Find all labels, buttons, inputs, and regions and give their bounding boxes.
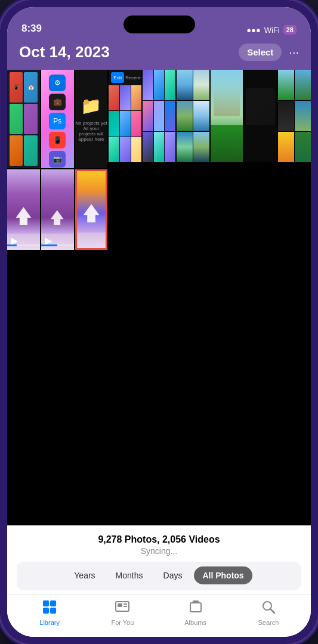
filter-tabs: Years Months Days All Photos xyxy=(17,562,301,590)
photo-row-2: Edit Recents Favorites View All xyxy=(109,70,209,162)
header-actions: Select ··· xyxy=(239,44,299,61)
svg-rect-4 xyxy=(50,600,56,606)
photo-row-4: ▶ ▶ xyxy=(7,169,107,250)
svg-rect-8 xyxy=(118,603,122,607)
screen: 8:39 ●●● WiFi 28 Oct 14, 2023 Select ··· xyxy=(7,7,311,637)
status-icons: ●●● WiFi 28 xyxy=(246,25,297,35)
svg-marker-1 xyxy=(51,210,64,225)
nav-albums-label: Albums xyxy=(184,619,206,626)
nav-library[interactable]: Library xyxy=(32,599,67,626)
tab-months[interactable]: Months xyxy=(107,566,152,584)
tab-days[interactable]: Days xyxy=(155,566,191,584)
grid-cell-12-highlighted[interactable] xyxy=(75,169,108,250)
svg-line-15 xyxy=(270,609,274,613)
grid-cell-10[interactable]: ▶ xyxy=(7,169,40,250)
for-you-icon xyxy=(115,599,130,617)
dynamic-island xyxy=(124,16,195,33)
folder-icon: 📁 xyxy=(81,96,101,116)
grid-container: 📱 📅 ⚙ xyxy=(7,70,311,250)
nav-albums[interactable]: Albums xyxy=(178,599,214,626)
svg-marker-0 xyxy=(16,207,31,225)
phone-frame: 8:39 ●●● WiFi 28 Oct 14, 2023 Select ··· xyxy=(0,0,318,644)
header-date: Oct 14, 2023 xyxy=(19,43,110,61)
svg-rect-6 xyxy=(50,608,56,614)
albums-icon xyxy=(188,599,203,617)
bottom-section: 9,278 Photos, 2,056 Videos Syncing... Ye… xyxy=(7,525,311,637)
grid-cell-7[interactable] xyxy=(211,70,243,162)
svg-rect-5 xyxy=(43,608,49,614)
tab-all-photos[interactable]: All Photos xyxy=(194,566,252,584)
bottom-nav: Library For You xyxy=(7,594,311,637)
select-button[interactable]: Select xyxy=(239,44,282,61)
tab-years[interactable]: Years xyxy=(66,566,103,584)
grid-cell-5[interactable] xyxy=(143,70,175,162)
nav-search[interactable]: Search xyxy=(251,599,286,626)
grid-cell-11[interactable]: ▶ xyxy=(41,169,74,250)
svg-rect-11 xyxy=(190,603,201,612)
grid-cell-9[interactable] xyxy=(278,70,311,162)
photo-grid: 📱 📅 ⚙ xyxy=(7,70,311,525)
grid-cell-2[interactable]: ⚙ 💼 Ps 📱 📷 📦 💬 M ❤ xyxy=(41,70,74,168)
photo-row-3 xyxy=(211,70,311,162)
battery-badge: 28 xyxy=(283,25,297,35)
svg-rect-12 xyxy=(192,602,200,603)
search-icon xyxy=(261,599,276,617)
status-time: 8:39 xyxy=(21,23,42,35)
signal-icon: ●●● xyxy=(246,26,261,35)
nav-for-you-label: For You xyxy=(111,619,134,626)
nav-search-label: Search xyxy=(258,619,279,626)
more-button[interactable]: ··· xyxy=(289,45,299,59)
grid-cell-1[interactable]: 📱 📅 xyxy=(7,70,40,168)
library-header: Oct 14, 2023 Select ··· xyxy=(7,38,311,70)
svg-marker-2 xyxy=(83,205,99,223)
nav-library-label: Library xyxy=(39,619,60,626)
photo-count-text: 9,278 Photos, 2,056 Videos xyxy=(19,534,299,545)
svg-rect-13 xyxy=(193,600,199,602)
svg-rect-3 xyxy=(43,600,49,606)
library-icon xyxy=(42,599,57,617)
grid-cell-4[interactable]: Edit Recents Favorites View All xyxy=(109,70,141,162)
syncing-text: Syncing... xyxy=(19,546,299,556)
grid-cell-8[interactable] xyxy=(244,70,277,162)
grid-cell-3[interactable]: 📁 No projects yetAll your projects will … xyxy=(75,70,108,168)
no-projects-text: No projects yetAll your projects will ap… xyxy=(75,120,108,142)
photo-count-area: 9,278 Photos, 2,056 Videos Syncing... xyxy=(7,525,311,562)
nav-for-you[interactable]: For You xyxy=(104,599,140,626)
photo-row-1: 📱 📅 ⚙ xyxy=(7,70,107,168)
grid-cell-6[interactable] xyxy=(177,70,209,162)
wifi-icon: WiFi xyxy=(264,26,280,35)
